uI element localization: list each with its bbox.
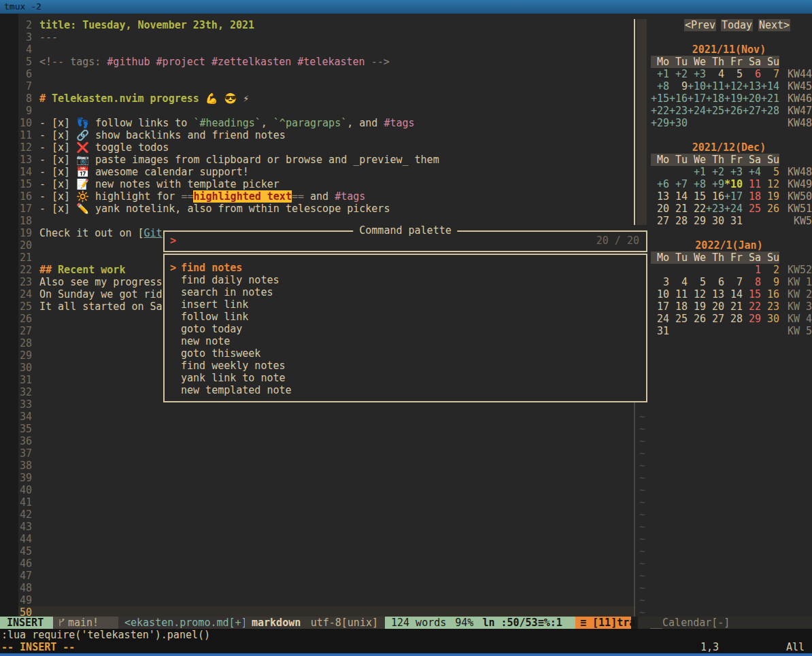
calendar-day[interactable]: 30 xyxy=(706,215,724,227)
calendar-day[interactable]: 3 xyxy=(651,276,669,288)
calendar-day[interactable]: +25 xyxy=(706,105,724,117)
calendar-day[interactable]: 4 xyxy=(706,68,724,80)
editor-line[interactable]: 4 xyxy=(0,44,634,56)
calendar-day[interactable]: 27 xyxy=(706,313,724,325)
editor-line[interactable]: 3--- xyxy=(0,31,634,44)
calendar-day[interactable]: 5 xyxy=(761,166,779,178)
editor-line[interactable]: 46 xyxy=(0,557,634,570)
calendar-day[interactable]: +1 xyxy=(651,68,669,80)
calendar-day[interactable]: 6 xyxy=(743,68,761,80)
calendar-day[interactable]: 11 xyxy=(743,178,761,190)
calendar-day[interactable]: 27 xyxy=(651,215,669,227)
calendar-day[interactable]: 28 xyxy=(724,313,743,325)
calendar-day[interactable]: 20 xyxy=(651,203,669,215)
editor-line[interactable]: 44 xyxy=(0,533,634,545)
calendar-day[interactable]: 7 xyxy=(761,68,779,80)
editor-line[interactable]: 45 xyxy=(0,545,634,557)
calendar-day[interactable]: +22 xyxy=(651,105,669,117)
calendar-day[interactable]: 20 xyxy=(706,300,724,313)
editor-line[interactable]: 17- [x] ✏️ yank notelink, also from wthi… xyxy=(0,203,634,215)
calendar-day[interactable]: +10 xyxy=(688,80,706,92)
calendar-day[interactable]: 28 xyxy=(669,215,688,227)
calendar-day[interactable]: +24 xyxy=(724,203,743,215)
calendar-day[interactable]: 13 xyxy=(706,288,724,300)
editor-line[interactable]: 14- [x] 📅 awesome calendar support! xyxy=(0,166,634,178)
calendar-day[interactable]: 11 xyxy=(669,288,688,300)
editor-line[interactable]: 43 xyxy=(0,521,634,533)
calendar-day[interactable]: +19 xyxy=(724,92,743,105)
editor-line[interactable]: 49 xyxy=(0,594,634,606)
calendar-day[interactable]: 25 xyxy=(743,203,761,215)
calendar-day[interactable]: 22 xyxy=(743,300,761,313)
palette-item[interactable]: goto today xyxy=(165,323,646,335)
calendar-day[interactable]: +8 xyxy=(651,80,669,92)
calendar-day[interactable]: 16 xyxy=(706,190,724,203)
calendar-day[interactable]: 9 xyxy=(761,276,779,288)
calendar-day[interactable]: 1 xyxy=(743,264,761,276)
calendar-day[interactable]: 14 xyxy=(724,288,743,300)
calendar-day[interactable]: 29 xyxy=(743,313,761,325)
editor-line[interactable]: 50 xyxy=(0,606,634,617)
today-button[interactable]: Today xyxy=(721,19,753,31)
editor-line[interactable]: 48 xyxy=(0,582,634,594)
calendar-day[interactable]: +9 xyxy=(706,178,724,190)
calendar-day[interactable]: +13 xyxy=(743,80,761,92)
calendar-day[interactable]: +26 xyxy=(724,105,743,117)
calendar-day[interactable]: 26 xyxy=(688,313,706,325)
calendar-day[interactable]: 19 xyxy=(688,300,706,313)
calendar-day[interactable]: +17 xyxy=(688,92,706,105)
calendar-day[interactable]: 12 xyxy=(688,288,706,300)
editor-line[interactable]: 8# Telekasten.nvim progress 💪 😎 ⚡ xyxy=(0,92,634,105)
calendar-day[interactable]: 15 xyxy=(743,288,761,300)
calendar-day[interactable]: 10 xyxy=(651,288,669,300)
calendar-day[interactable]: +3 xyxy=(688,68,706,80)
calendar-day[interactable]: 29 xyxy=(688,215,706,227)
calendar-day[interactable]: +24 xyxy=(688,105,706,117)
calendar-day[interactable]: +14 xyxy=(761,80,779,92)
editor-line[interactable]: 37 xyxy=(0,447,634,460)
calendar-day[interactable]: 31 xyxy=(724,215,743,227)
calendar-day[interactable]: +28 xyxy=(761,105,779,117)
calendar-day[interactable]: +17 xyxy=(724,190,743,203)
calendar-day[interactable]: 19 xyxy=(761,190,779,203)
calendar-day[interactable]: +2 xyxy=(706,166,724,178)
calendar-day[interactable]: +12 xyxy=(724,80,743,92)
calendar-day[interactable]: 18 xyxy=(743,190,761,203)
palette-item[interactable]: new templated note xyxy=(165,384,646,396)
calendar-day[interactable]: +21 xyxy=(761,92,779,105)
calendar-day[interactable]: +7 xyxy=(669,178,688,190)
editor-line[interactable]: 39 xyxy=(0,472,634,484)
calendar-day[interactable]: 7 xyxy=(724,276,743,288)
editor-line[interactable]: 38 xyxy=(0,460,634,472)
calendar-day[interactable]: +11 xyxy=(706,80,724,92)
calendar-day[interactable]: 12 xyxy=(761,178,779,190)
calendar-day[interactable]: +29 xyxy=(651,117,669,129)
editor-line[interactable]: 36 xyxy=(0,435,634,447)
calendar-day[interactable]: +30 xyxy=(669,117,688,129)
calendar-day[interactable]: 30 xyxy=(761,313,779,325)
calendar-day[interactable]: +3 xyxy=(724,166,743,178)
calendar-day[interactable]: +20 xyxy=(743,92,761,105)
calendar-day[interactable]: +23 xyxy=(706,203,724,215)
calendar-day[interactable]: 14 xyxy=(669,190,688,203)
calendar-day[interactable]: 21 xyxy=(724,300,743,313)
palette-item[interactable]: >find notes xyxy=(165,262,646,274)
calendar-day[interactable]: 6 xyxy=(706,276,724,288)
editor-line[interactable]: 47 xyxy=(0,570,634,582)
editor-line[interactable]: 9 xyxy=(0,105,634,117)
calendar-day[interactable]: 5 xyxy=(688,276,706,288)
palette-item[interactable]: goto thisweek xyxy=(165,347,646,360)
calendar-day[interactable]: 18 xyxy=(669,300,688,313)
calendar-day[interactable]: 21 xyxy=(669,203,688,215)
editor-line[interactable]: 6 xyxy=(0,68,634,80)
editor-line[interactable]: 10- [x] 👣 follow links to `#headings`, `… xyxy=(0,117,634,129)
editor-line[interactable]: 42 xyxy=(0,508,634,521)
palette-item[interactable]: yank link to note xyxy=(165,372,646,384)
prev-button[interactable]: <Prev xyxy=(684,19,716,31)
calendar-day[interactable]: 16 xyxy=(761,288,779,300)
calendar-day[interactable]: 31 xyxy=(651,325,669,337)
editor-line[interactable]: 35 xyxy=(0,423,634,435)
calendar-day[interactable]: +4 xyxy=(743,166,761,178)
calendar-day[interactable]: 25 xyxy=(669,313,688,325)
calendar-day[interactable]: 5 xyxy=(724,68,743,80)
